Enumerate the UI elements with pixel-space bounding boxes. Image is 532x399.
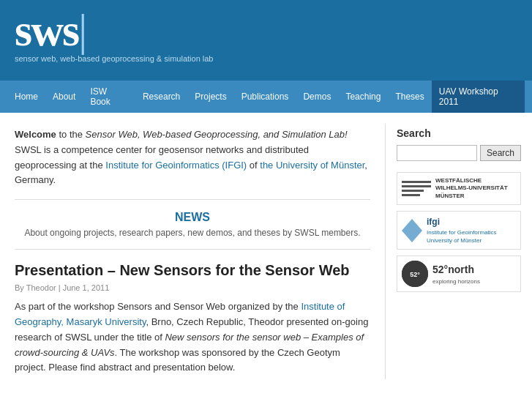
wwu-line2-text: WILHELMS-UNIVERSITÄT xyxy=(435,184,508,192)
nav-research[interactable]: Research xyxy=(135,86,187,108)
logo-pipe: | xyxy=(78,5,86,55)
post-body1: As part of the workshop Sensors and Sens… xyxy=(15,301,301,312)
nav-uav-workshop[interactable]: UAV Workshop 2011 xyxy=(432,81,525,113)
post: Presentation – New Sensors for the Senso… xyxy=(15,261,370,376)
welcome-paragraph: Welcome to the Sensor Web, Web-based Geo… xyxy=(15,127,370,188)
logo-w: w xyxy=(31,5,62,55)
logo-s: s xyxy=(15,5,31,55)
north-number: 52°north xyxy=(432,263,480,277)
wwu-logo: WESTFÄLISCHE WILHELMS-UNIVERSITÄT MÜNSTE… xyxy=(397,172,521,205)
nav-isw-book[interactable]: ISW Book xyxy=(83,81,135,113)
nav-publications[interactable]: Publications xyxy=(234,86,296,108)
news-subtitle: About ongoing projects, research papers,… xyxy=(15,228,370,238)
search-button[interactable]: Search xyxy=(480,145,521,161)
welcome-bold: Welcome xyxy=(15,129,56,140)
ifgi-icon xyxy=(402,219,422,242)
nav-theses[interactable]: Theses xyxy=(388,86,431,108)
svg-marker-0 xyxy=(402,219,422,242)
wwu-line-3 xyxy=(402,190,424,192)
ifgi-label: ifgi xyxy=(427,216,497,228)
nav-projects[interactable]: Projects xyxy=(187,86,233,108)
wwu-lines xyxy=(402,181,431,196)
ifgi-line1: Institute for Geoinformatics xyxy=(427,228,497,236)
north-tagline: exploring horizons xyxy=(432,277,480,286)
site-header: sws| sensor web, web-based geoprocessing… xyxy=(0,0,532,81)
ifgi-logo: ifgi Institute for Geoinformatics Univer… xyxy=(397,211,521,250)
north-emblem: 52° xyxy=(402,261,428,287)
post-meta: By Theodor | June 1, 2011 xyxy=(15,283,370,292)
divider-1 xyxy=(15,199,370,200)
ifgi-line2: University of Münster xyxy=(427,236,497,245)
divider-2 xyxy=(15,249,370,250)
north-text: 52°north exploring horizons xyxy=(432,263,480,286)
content-wrapper: Welcome to the Sensor Web, Web-based Geo… xyxy=(0,113,532,390)
news-section: NEWS About ongoing projects, research pa… xyxy=(15,211,370,238)
site-tagline: sensor web, web-based geoprocessing & si… xyxy=(15,54,517,63)
search-label: Search xyxy=(397,127,521,139)
post-title: Presentation – New Sensors for the Senso… xyxy=(15,261,370,280)
search-input[interactable] xyxy=(397,145,477,161)
wwu-line-1 xyxy=(402,181,431,183)
main-nav: Home About ISW Book Research Projects Pu… xyxy=(0,81,532,113)
wwu-line3-text: MÜNSTER xyxy=(435,193,508,200)
link-connector: of xyxy=(247,160,260,171)
welcome-italic: Sensor Web, Web-based Geoprocessing, and… xyxy=(86,129,348,140)
nav-demos[interactable]: Demos xyxy=(296,86,338,108)
sidebar: Search Search WESTFÄLISCHE WILHELMS-UNIV… xyxy=(386,124,532,379)
ifgi-text: ifgi Institute for Geoinformatics Univer… xyxy=(427,216,497,245)
nav-about[interactable]: About xyxy=(45,86,83,108)
wwu-line-4 xyxy=(402,194,420,196)
logo-s2: s xyxy=(62,5,78,55)
university-link[interactable]: the University of Münster xyxy=(260,160,364,171)
wwu-text: WESTFÄLISCHE WILHELMS-UNIVERSITÄT MÜNSTE… xyxy=(435,177,508,200)
wwu-line1-text: WESTFÄLISCHE xyxy=(435,177,508,184)
nav-teaching[interactable]: Teaching xyxy=(338,86,388,108)
search-box: Search xyxy=(397,145,521,161)
wwu-line-2 xyxy=(402,185,431,187)
main-content: Welcome to the Sensor Web, Web-based Geo… xyxy=(0,124,386,379)
news-title: NEWS xyxy=(15,211,370,224)
ifgi-link[interactable]: Institute for Geoinformatics (IFGI) xyxy=(105,160,247,171)
svg-text:52°: 52° xyxy=(410,271,420,278)
nav-home[interactable]: Home xyxy=(7,86,45,108)
site-logo: sws| xyxy=(15,7,517,53)
welcome-text: to the xyxy=(56,129,86,140)
north-logo: 52° 52°north exploring horizons xyxy=(397,256,521,292)
post-body: As part of the workshop Sensors and Sens… xyxy=(15,299,370,376)
